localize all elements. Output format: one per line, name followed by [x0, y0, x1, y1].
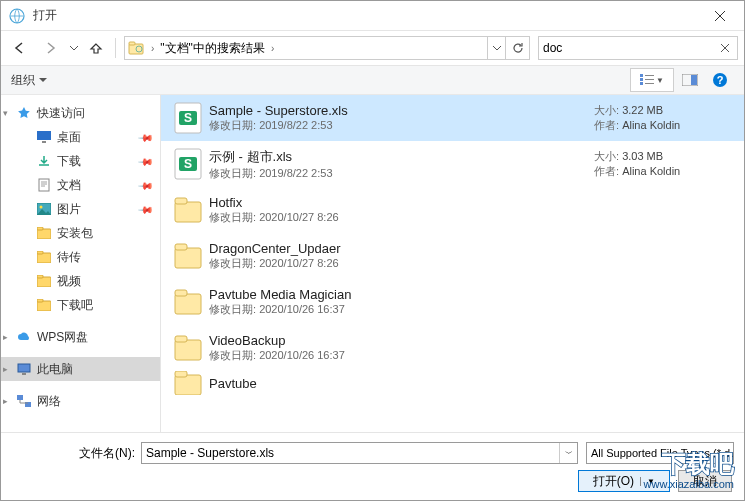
network-icon	[15, 393, 33, 409]
sidebar-this-pc[interactable]: ▸此电脑	[1, 357, 160, 381]
svg-rect-28	[22, 373, 26, 375]
desktop-icon	[35, 129, 53, 145]
sidebar-item-label: 桌面	[57, 129, 81, 146]
back-button[interactable]	[7, 35, 33, 61]
sidebar-item-pictures[interactable]: 图片📌	[1, 197, 160, 221]
svg-rect-38	[175, 198, 187, 204]
up-button[interactable]	[85, 35, 107, 61]
svg-rect-7	[645, 75, 654, 76]
chevron-down-icon: ▼	[640, 477, 655, 486]
navbar: › "文档"中的搜索结果 ›	[1, 31, 744, 65]
svg-rect-42	[175, 290, 187, 296]
filename-input-wrap[interactable]: ﹀	[141, 442, 578, 464]
sidebar-item-videos[interactable]: 视频	[1, 269, 160, 293]
star-icon	[15, 105, 33, 121]
mod-value: 2019/8/22 2:53	[259, 119, 332, 131]
sidebar-network[interactable]: ▸网络	[1, 389, 160, 413]
svg-point-18	[40, 206, 43, 209]
sidebar: ▾ 快速访问 桌面📌 下载📌 文档📌 图片📌 安装包 待传 视频 下载吧 ▸WP…	[1, 95, 161, 432]
sidebar-item-desktop[interactable]: 桌面📌	[1, 125, 160, 149]
file-list[interactable]: S Sample - Superstore.xls 修改日期: 2019/8/2…	[161, 95, 744, 432]
xls-icon: S	[171, 147, 205, 181]
filename-dropdown[interactable]: ﹀	[559, 443, 577, 463]
breadcrumb[interactable]: "文档"中的搜索结果	[158, 40, 267, 57]
svg-rect-9	[645, 83, 654, 84]
file-row[interactable]: S Sample - Superstore.xls 修改日期: 2019/8/2…	[161, 95, 744, 141]
file-name: Pavtube Media Magician	[209, 287, 734, 302]
sidebar-item-pending[interactable]: 待传	[1, 245, 160, 269]
forward-button[interactable]	[37, 35, 63, 61]
help-button[interactable]: ?	[706, 68, 734, 92]
file-name: Pavtube	[209, 376, 734, 391]
cancel-button[interactable]: 取消	[678, 470, 732, 492]
refresh-button[interactable]	[505, 37, 529, 59]
bottom-panel: 文件名(N): ﹀ All Supported File Types (*.d……	[1, 432, 744, 501]
file-row[interactable]: Hotfix修改日期: 2020/10/27 8:26	[161, 187, 744, 233]
sidebar-item-xiazaiba[interactable]: 下载吧	[1, 293, 160, 317]
address-bar[interactable]: › "文档"中的搜索结果 ›	[124, 36, 530, 60]
expand-icon: ▸	[3, 364, 13, 374]
filename-input[interactable]	[142, 446, 559, 460]
pin-icon: 📌	[138, 177, 154, 193]
search-input[interactable]	[543, 41, 717, 55]
search-box[interactable]	[538, 36, 738, 60]
separator	[115, 38, 116, 58]
view-mode-button[interactable]: ▼	[630, 68, 674, 92]
sidebar-item-label: 网络	[37, 393, 61, 410]
close-icon	[715, 11, 725, 21]
svg-rect-37	[175, 202, 201, 222]
folder-icon	[35, 249, 53, 265]
file-row[interactable]: S 示例 - 超市.xls 修改日期: 2019/8/22 2:53 大小: 3…	[161, 141, 744, 187]
file-type-filter[interactable]: All Supported File Types (*.d… ﹀	[586, 442, 734, 464]
xls-icon: S	[171, 101, 205, 135]
svg-rect-15	[42, 141, 46, 143]
folder-icon	[35, 297, 53, 313]
file-row[interactable]: DragonCenter_Updaer修改日期: 2020/10/27 8:26	[161, 233, 744, 279]
document-icon	[35, 177, 53, 193]
pin-icon: 📌	[138, 153, 154, 169]
sidebar-item-label: 快速访问	[37, 105, 85, 122]
svg-rect-2	[129, 42, 135, 45]
cloud-icon	[15, 329, 33, 345]
svg-rect-22	[37, 251, 43, 254]
help-icon: ?	[712, 72, 728, 88]
file-row[interactable]: VideoBackup修改日期: 2020/10/26 16:37	[161, 325, 744, 371]
folder-icon	[171, 285, 205, 319]
download-icon	[35, 153, 53, 169]
svg-rect-40	[175, 244, 187, 250]
clear-search-button[interactable]	[717, 40, 733, 56]
pin-icon: 📌	[138, 201, 154, 217]
sidebar-item-label: 安装包	[57, 225, 93, 242]
file-row[interactable]: Pavtube	[161, 371, 744, 395]
sidebar-item-documents[interactable]: 文档📌	[1, 173, 160, 197]
author-label: 作者:	[594, 119, 619, 131]
recent-dropdown[interactable]	[67, 35, 81, 61]
preview-pane-button[interactable]	[676, 68, 704, 92]
file-row[interactable]: Pavtube Media Magician修改日期: 2020/10/26 1…	[161, 279, 744, 325]
titlebar: 打开	[1, 1, 744, 31]
sidebar-quick-access[interactable]: ▾ 快速访问	[1, 101, 160, 125]
organize-menu[interactable]: 组织	[11, 72, 47, 89]
file-name: Sample - Superstore.xls	[209, 103, 594, 118]
svg-text:S: S	[184, 157, 192, 171]
open-button[interactable]: 打开(O)▼	[578, 470, 670, 492]
sidebar-wps[interactable]: ▸WPS网盘	[1, 325, 160, 349]
svg-rect-11	[691, 75, 697, 85]
close-button[interactable]	[704, 4, 736, 28]
folder-icon	[171, 239, 205, 273]
preview-icon	[682, 74, 698, 86]
file-name: 示例 - 超市.xls	[209, 148, 594, 166]
window-title: 打开	[33, 7, 704, 24]
svg-text:?: ?	[717, 74, 724, 86]
svg-rect-5	[640, 78, 643, 81]
svg-rect-43	[175, 340, 201, 360]
svg-rect-20	[37, 227, 43, 230]
folder-icon	[171, 371, 205, 395]
computer-icon	[15, 361, 33, 377]
sidebar-item-installer[interactable]: 安装包	[1, 221, 160, 245]
pin-icon: 📌	[138, 129, 154, 145]
folder-icon	[35, 273, 53, 289]
sidebar-item-label: 图片	[57, 201, 81, 218]
address-dropdown[interactable]	[487, 37, 505, 59]
sidebar-item-downloads[interactable]: 下载📌	[1, 149, 160, 173]
